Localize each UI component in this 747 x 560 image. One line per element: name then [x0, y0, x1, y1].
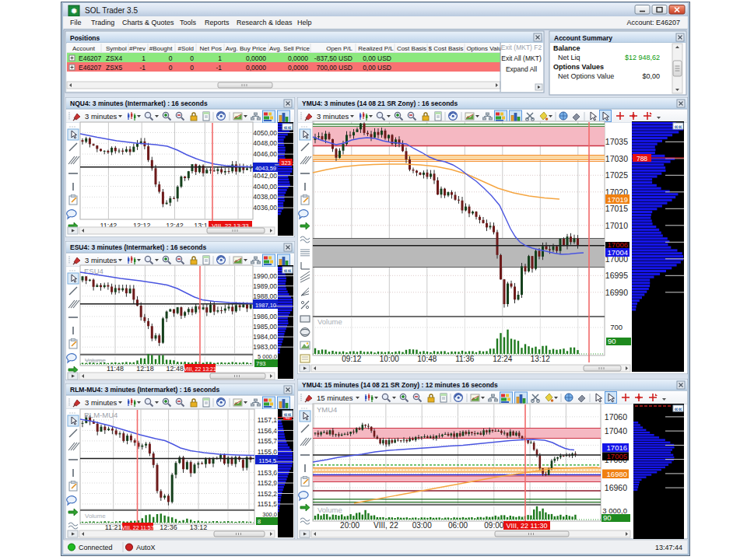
- svg-text:16980: 16980: [607, 470, 627, 478]
- svg-text:1987,10: 1987,10: [255, 302, 276, 309]
- svg-text:VIII, 22 11:30: VIII, 22 11:30: [507, 522, 548, 530]
- svg-text:4046,00: 4046,00: [253, 150, 277, 158]
- svg-text:✹: ✹: [70, 6, 77, 16]
- svg-text:0,00 USD: 0,00 USD: [363, 54, 391, 62]
- svg-text:13:47:44: 13:47:44: [655, 544, 682, 551]
- svg-text:Net Pos: Net Pos: [200, 45, 222, 52]
- svg-text:12:24: 12:24: [493, 355, 512, 363]
- svg-text:ZSX5: ZSX5: [106, 64, 123, 72]
- svg-text:17030: 17030: [605, 154, 628, 163]
- svg-text:««: ««: [283, 124, 291, 131]
- svg-text:Research & Ideas: Research & Ideas: [237, 19, 293, 26]
- svg-text:3 minutes: 3 minutes: [85, 398, 117, 407]
- svg-text:File: File: [70, 19, 82, 26]
- svg-text:««: ««: [674, 405, 682, 413]
- svg-text:YMU4: 15 minutes (14 08 21 SR: YMU4: 15 minutes (14 08 21 SR Zony) : 12…: [302, 381, 498, 389]
- svg-text:4043,59: 4043,59: [255, 165, 276, 172]
- svg-text:0,00 USD: 0,00 USD: [363, 64, 391, 72]
- svg-text:Account Summary: Account Summary: [554, 34, 612, 42]
- svg-text:E46207: E46207: [79, 64, 102, 72]
- svg-text:1985,00: 1985,00: [253, 323, 277, 331]
- svg-text:Help: Help: [297, 19, 312, 26]
- svg-text:ZSX4: ZSX4: [106, 54, 123, 62]
- svg-text:Charts & Quotes: Charts & Quotes: [122, 19, 174, 26]
- svg-text:Trading: Trading: [91, 19, 114, 26]
- svg-text:Net Liq: Net Liq: [558, 54, 580, 61]
- svg-text:VIII, 22: VIII, 22: [374, 521, 398, 530]
- svg-text:4048,00: 4048,00: [253, 139, 277, 147]
- svg-text:-1: -1: [139, 64, 146, 72]
- svg-text:17015: 17015: [605, 204, 628, 213]
- svg-text:$0,00: $0,00: [642, 72, 660, 80]
- svg-text:1986,00: 1986,00: [253, 313, 277, 320]
- svg-text:Volume: Volume: [317, 506, 342, 514]
- svg-text:««: ««: [283, 411, 291, 418]
- svg-text:Reports: Reports: [205, 19, 230, 26]
- svg-text:Realized P/L: Realized P/L: [358, 45, 394, 52]
- svg-text:17060: 17060: [605, 412, 627, 422]
- svg-text:5 000,0: 5 000,0: [258, 353, 277, 360]
- svg-text:323: 323: [281, 159, 291, 166]
- svg-text:1153,6: 1153,6: [258, 469, 278, 477]
- svg-text:Avg. Buy Price: Avg. Buy Price: [226, 45, 267, 52]
- svg-text:12:18: 12:18: [136, 365, 154, 373]
- svg-text:YMU4: 3 minutes (14 08 21 SR Z: YMU4: 3 minutes (14 08 21 SR Zony) : 16 …: [302, 100, 458, 107]
- svg-text:VIII, 22 11:57: VIII, 22 11:57: [121, 525, 153, 530]
- svg-text:-837,50 USD: -837,50 USD: [314, 54, 352, 62]
- svg-text:1990,00: 1990,00: [253, 272, 277, 280]
- svg-text:Connected: Connected: [79, 544, 113, 551]
- svg-text:VIII, 22 13:21: VIII, 22 13:21: [184, 366, 216, 372]
- svg-text:#Prev: #Prev: [129, 45, 146, 52]
- svg-text:NQU4: 3 minutes (Intermarket): NQU4: 3 minutes (Intermarket) : 16 secon…: [70, 100, 208, 107]
- svg-text:4038,00: 4038,00: [253, 193, 277, 201]
- svg-text:10:48: 10:48: [417, 355, 437, 363]
- svg-text:700,00 USD: 700,00 USD: [317, 64, 352, 72]
- svg-text:1: 1: [142, 54, 146, 62]
- svg-text:17040: 17040: [605, 426, 627, 436]
- svg-text:10:00: 10:00: [380, 355, 399, 363]
- svg-text:17005: 17005: [607, 452, 627, 460]
- svg-text:Exit All (MKT): Exit All (MKT): [501, 54, 542, 62]
- svg-text:06:00: 06:00: [448, 521, 468, 530]
- svg-text:1155,7: 1155,7: [258, 437, 278, 445]
- svg-text:1156,4: 1156,4: [258, 427, 278, 435]
- svg-text:1154,5: 1154,5: [259, 457, 276, 464]
- svg-text:16995: 16995: [605, 271, 628, 280]
- svg-text:Volume: Volume: [317, 317, 342, 326]
- svg-text:0,0000: 0,0000: [288, 54, 308, 62]
- svg-text:16960: 16960: [605, 483, 627, 492]
- svg-text:««: ««: [283, 267, 291, 275]
- svg-text:$ Cost Basis: $ Cost Basis: [429, 45, 464, 52]
- svg-text:-1: -1: [216, 64, 222, 72]
- svg-text:17019: 17019: [608, 195, 628, 204]
- svg-text:Account: Account: [72, 45, 96, 52]
- svg-text:Net Options Value: Net Options Value: [558, 72, 614, 80]
- svg-text:11:48: 11:48: [107, 365, 124, 373]
- svg-text:RLM-MU4: 3 minutes (Intermarke: RLM-MU4: 3 minutes (Intermarket) : 16 se…: [70, 386, 220, 394]
- svg-text:0: 0: [169, 64, 173, 72]
- svg-text:0,0000: 0,0000: [288, 64, 308, 72]
- svg-text:Symbol: Symbol: [106, 45, 127, 52]
- svg-text:#Sold: #Sold: [178, 45, 194, 52]
- svg-text:1983,00: 1983,00: [253, 343, 277, 351]
- svg-text:SOL Trader 3.5: SOL Trader 3.5: [85, 6, 138, 15]
- svg-text:16990: 16990: [605, 288, 628, 297]
- svg-text:Volume: Volume: [85, 357, 106, 364]
- svg-text:0: 0: [169, 54, 173, 62]
- svg-text:Account: E46207: Account: E46207: [626, 19, 680, 26]
- svg-text:E46207: E46207: [79, 54, 102, 62]
- svg-text:Exit (MKT) F2: Exit (MKT) F2: [501, 44, 542, 51]
- svg-text:17016: 17016: [607, 443, 627, 452]
- svg-text:4042,00: 4042,00: [253, 172, 277, 180]
- svg-text:20:00: 20:00: [340, 521, 359, 530]
- svg-text:1152,9: 1152,9: [258, 479, 278, 487]
- svg-text:3 minutes: 3 minutes: [317, 112, 349, 121]
- svg-text:11:36: 11:36: [455, 355, 475, 363]
- svg-text:Volume: Volume: [85, 513, 106, 520]
- svg-text:4040,00: 4040,00: [253, 183, 277, 191]
- svg-text:700: 700: [610, 323, 622, 331]
- svg-text:0: 0: [190, 64, 194, 72]
- svg-text:Options Valu: Options Valu: [466, 45, 501, 52]
- svg-text:Positions: Positions: [70, 34, 100, 42]
- svg-text:#Bought: #Bought: [149, 45, 174, 52]
